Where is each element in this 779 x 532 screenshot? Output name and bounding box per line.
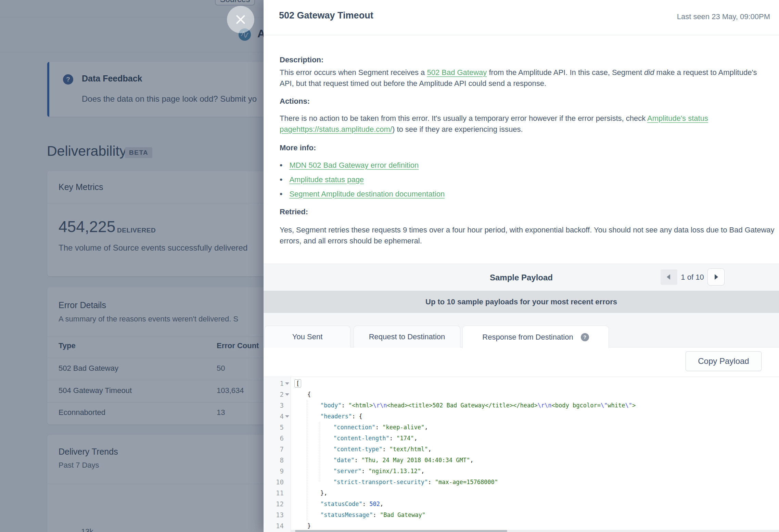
more-info-heading: More info: [280,143,316,152]
scrollbar-thumb[interactable] [295,530,507,532]
copy-payload-button[interactable]: Copy Payload [686,351,762,371]
screen: Sources A ? Data Feedback Does the data … [0,0,779,532]
sample-payload-bar: Sample Payload 1 of 10 [264,264,779,291]
actions-text: There is no action to be taken from this… [280,114,647,123]
retried-paragraph: Yes, Segment retries these requests 9 ti… [280,225,779,246]
next-payload-button[interactable] [707,268,725,286]
more-info-list: MDN 502 Bad Gateway error definition Amp… [280,158,445,201]
chevron-right-icon [715,274,718,280]
help-icon[interactable]: ? [581,333,589,341]
mdn-502-link[interactable]: MDN 502 Bad Gateway error definition [289,161,419,170]
code-lines: [{"body": "<html>\r\n<head><title>502 Ba… [291,378,779,531]
divider [264,377,779,377]
bad-gateway-link[interactable]: 502 Bad Gateway [427,68,487,77]
retried-heading: Retried: [280,207,308,216]
code-gutter: 1234567891011121314 [264,377,291,532]
code-gutter-lines: 1234567891011121314 [264,378,291,531]
prev-payload-button[interactable] [661,269,677,285]
description-text: from the Amplitude API. In this case, Se… [487,68,644,77]
actions-text: ) to see if they are experiencing issues… [392,125,523,134]
tab-request-to-destination[interactable]: Request to Destination [354,326,460,347]
actions-heading: Actions: [280,97,310,106]
payload-page-indicator: 1 of 10 [678,269,706,285]
indent-guide [307,400,307,521]
error-detail-modal: 502 Gateway Timeout Last seen 23 May, 09… [264,0,779,532]
divider [264,35,779,35]
chevron-left-icon [667,274,670,280]
description-text: This error occurs when Segment receives … [280,68,427,77]
segment-docs-link[interactable]: Segment Amplitude destination documentat… [289,190,445,199]
description-heading: Description: [280,55,323,64]
indent-guide [320,422,320,482]
modal-title: 502 Gateway Timeout [279,10,373,21]
tab-response-from-destination[interactable]: Response from Destination? [462,326,609,348]
amplitude-status-page-link[interactable]: Amplitude status page [289,175,364,184]
tab-you-sent[interactable]: You Sent [264,326,350,347]
list-item: Amplitude status page [280,173,445,187]
code-editor[interactable]: [{"body": "<html>\r\n<head><title>502 Ba… [291,378,779,531]
payload-info-banner: Up to 10 sample payloads for your most r… [264,291,779,313]
close-button[interactable] [227,6,254,33]
description-paragraph: This error occurs when Segment receives … [280,67,766,89]
payload-tabs: You Sent Request to Destination Response… [264,313,779,347]
list-item: MDN 502 Bad Gateway error definition [280,158,445,173]
horizontal-scrollbar[interactable] [291,530,779,532]
last-seen-timestamp: Last seen 23 May, 09:00PM [677,12,770,21]
actions-paragraph: There is no action to be taken from this… [280,113,766,135]
list-item: Segment Amplitude destination documentat… [280,187,445,201]
description-italic: did [644,68,654,77]
tab-label: Response from Destination [482,333,573,342]
